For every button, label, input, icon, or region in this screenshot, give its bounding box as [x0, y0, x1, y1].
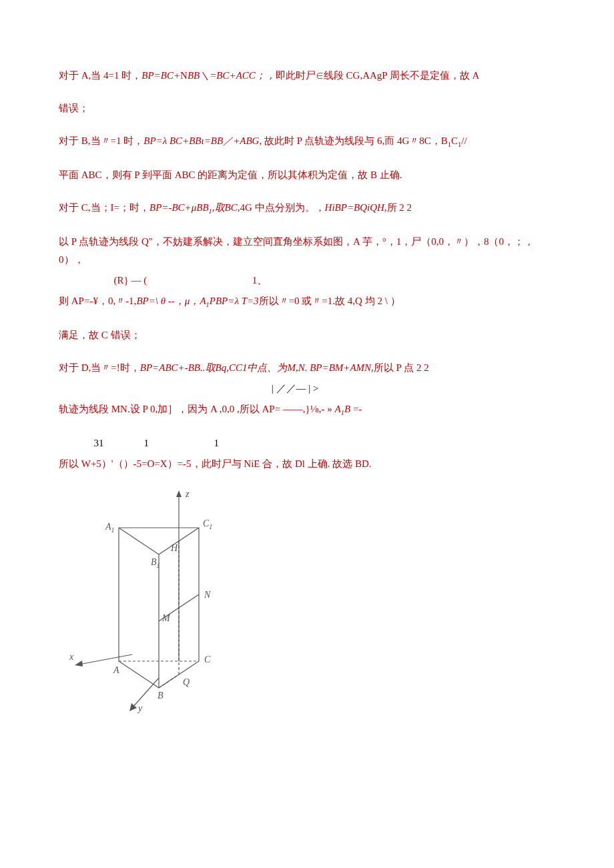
text: // [461, 135, 467, 146]
para-c-3: 则 AP=-¥，0,〃-1,BP=\ θ --，μ，A1PBP=λ T=3所以〃… [59, 292, 555, 312]
para-c-2: 以 P 点轨迹为线段 Q"，不妨建系解决，建立空间直角坐标系如图，A 芋，°，1… [59, 233, 555, 269]
text: 所以 P 点 2 2 [374, 362, 429, 373]
text: 轨迹为线段 MN.设 P 0,加］，因为 A ,0,0 ,所以 AP= ——,}… [59, 404, 335, 414]
text: 所以 W+5）'（）-5=O=X）=-5，此时尸与 NiE 合，故 Dl 上确.… [59, 458, 372, 469]
text: BP=ABC+-BB.. [140, 362, 206, 373]
para-d-2: 轨迹为线段 MN.设 P 0,加］，因为 A ,0,0 ,所以 AP= ——,}… [59, 400, 555, 420]
text: BP=λ BC+BBι=BB／+ABG, [143, 135, 262, 146]
text: 对于 A,当 4=1 时， [59, 70, 141, 81]
label-A1: A1 [105, 522, 115, 534]
svg-line-2 [79, 655, 132, 665]
svg-line-4 [132, 678, 159, 708]
text: BB [188, 70, 200, 81]
text: B [344, 404, 350, 414]
svg-line-15 [119, 528, 159, 554]
text: BC [216, 70, 229, 81]
para-c-1: 对于 C,当；I=；时，BP=-BC+μBB1,取BC,4G 中点分别为。，Hi… [59, 199, 555, 218]
text: 以 P 点轨迹为线段 Q"，不妨建系解决，建立空间直角坐标系如图，A 芋，°，1… [59, 236, 534, 265]
text: 对于 D,当〃=!时， [59, 362, 140, 373]
svg-marker-3 [75, 661, 83, 667]
text: BP=-BC+μBB [149, 202, 209, 213]
label-C: C [204, 655, 211, 665]
para-d-1sym: | ／／— | > [59, 380, 555, 398]
text: 错误； [59, 103, 89, 113]
text: 则 AP=-¥，0,〃-1, [59, 296, 136, 306]
text: 平面 ABC，则有 P 到平面 ABC 的距离为定值，所以其体积为定值，故 B … [59, 169, 402, 180]
text: 满足，故 C 错误； [59, 330, 141, 340]
text: 取Bq,CC1中点、为M,N. BP=BM+AMN, [206, 362, 374, 373]
text: C [451, 135, 458, 146]
text: ＼= [200, 70, 216, 81]
para-b-2: 平面 ABC，则有 P 到平面 ABC 的距离为定值，所以其体积为定值，故 B … [59, 166, 555, 184]
para-b-1: 对于 B,当〃=1 时，BP=λ BC+BBι=BB／+ABG, 故此时 P 点… [59, 132, 555, 151]
svg-line-7 [119, 661, 159, 688]
text: | ／／— | > [59, 383, 318, 394]
axis-x-label: x [69, 652, 74, 662]
text: 取BC, [215, 202, 240, 213]
label-C1: C1 [203, 518, 212, 530]
axis-z-label: z [185, 489, 190, 499]
para-d-1: 对于 D,当〃=!时，BP=ABC+-BB..取Bq,CC1中点、为M,N. B… [59, 359, 555, 377]
label-Q: Q [183, 677, 190, 687]
text: 故此时 P 点轨迹为线段与 6,而 4G〃8C，B [262, 135, 448, 146]
para-c-3-top: (R} — ( 1、 [59, 272, 555, 290]
text: 所以〃=0 或〃=1.故 4,Q 均 2 \ ） [259, 296, 400, 306]
text: +ACC；， [230, 70, 276, 81]
label-B: B [158, 691, 164, 701]
text: (R} — ( 1、 [59, 275, 267, 286]
svg-marker-1 [176, 490, 182, 497]
label-M: M [162, 613, 171, 623]
text: BP=\ θ --，μ，A [136, 296, 206, 306]
para-a-1: 对于 A,当 4=1 时，BP=BC+NBB＼=BC+ACC；，即此时尸∈线段 … [59, 67, 555, 85]
text: 对于 C,当；I=；时， [59, 202, 149, 213]
text: 即此时尸∈线段 CG,AAgP 周长不是定值，故 A [276, 70, 480, 81]
para-c-4: 满足，故 C 错误； [59, 326, 555, 344]
text: =- [350, 404, 362, 414]
text: 4G 中点分别为。， [240, 202, 324, 213]
text: HiBP=BQiQH, [325, 202, 387, 213]
text: A [335, 404, 341, 414]
text: 所 2 2 [387, 202, 412, 213]
prism-diagram: z x y A1 C1 B1 H N M A C B Q [59, 488, 555, 715]
text: 31 1 1 [59, 438, 219, 448]
label-H: H [170, 543, 178, 553]
prism-svg: z x y A1 C1 B1 H N M A C B Q [59, 488, 259, 715]
para-d-3: 所以 W+5）'（）-5=O=X）=-5，此时尸与 NiE 合，故 Dl 上确.… [59, 455, 555, 473]
para-a-2: 错误； [59, 99, 555, 117]
label-A: A [113, 665, 119, 675]
text: 对于 B,当〃=1 时， [59, 135, 143, 146]
axis-y-label: y [137, 703, 143, 713]
label-N: N [204, 590, 211, 600]
text: BP=BC+ [141, 70, 180, 81]
text: PBP=λ T=3 [210, 296, 259, 306]
text: N [180, 70, 188, 81]
para-d-3-top: 31 1 1 [59, 434, 555, 452]
